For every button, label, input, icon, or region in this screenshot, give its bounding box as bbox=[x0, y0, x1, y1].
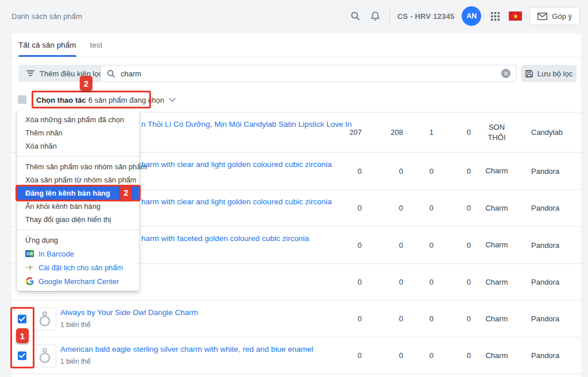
numeric-cell: 208 bbox=[363, 112, 403, 152]
menu-item-x-a-s-n-ph-m-t-nh-m-s-n-ph-m[interactable]: Xóa sản phẩm từ nhóm sản phẩm bbox=[17, 173, 139, 186]
numeric-cell: 0 bbox=[310, 337, 362, 374]
store-code[interactable]: CS - HRV 12345 bbox=[397, 12, 454, 21]
search-input[interactable] bbox=[121, 69, 496, 78]
tab-test[interactable]: test bbox=[83, 33, 110, 57]
menu-divider bbox=[17, 230, 139, 230]
product-name-link[interactable]: harm with clear and light golden coloure… bbox=[141, 197, 332, 206]
product-name-link[interactable]: harm with clear and light golden coloure… bbox=[141, 160, 332, 169]
menu-item-x-a-nh-n[interactable]: Xóa nhãn bbox=[17, 139, 139, 153]
menu-item--n-kh-i-k-nh-b-n-h-ng[interactable]: Ẩn khỏi kênh bán hàng bbox=[17, 200, 139, 213]
numeric-cell: 0 bbox=[310, 153, 362, 189]
select-all-checkbox[interactable] bbox=[18, 95, 26, 104]
menu-item-label: Xóa sản phẩm từ nhóm sản phẩm bbox=[25, 176, 137, 184]
menu-item-label: Thêm sản phẩm vào nhóm sản phẩm bbox=[25, 162, 147, 171]
notifications-bell-icon[interactable] bbox=[369, 10, 382, 22]
menu-divider bbox=[17, 156, 139, 157]
numeric-cell: 0 bbox=[404, 301, 434, 337]
barcode-icon bbox=[25, 250, 34, 258]
row-checkbox[interactable] bbox=[18, 314, 26, 323]
avatar[interactable]: AN bbox=[462, 6, 481, 26]
menu-item-th-m-s-n-ph-m-v-o-nh-m-s-n-ph-[interactable]: Thêm sản phẩm vào nhóm sản phẩm bbox=[17, 160, 139, 173]
menu-item-label: Xóa những sản phẩm đã chọn bbox=[25, 115, 124, 124]
tab-all-products[interactable]: Tất cả sản phẩm bbox=[11, 33, 83, 57]
numeric-cell: 207 bbox=[310, 112, 362, 152]
menu-item-label: In Barcode bbox=[38, 250, 74, 258]
category-cell: Charm bbox=[481, 337, 513, 374]
filter-icon bbox=[26, 69, 34, 78]
search-icon[interactable] bbox=[349, 10, 362, 22]
numeric-cell: 0 bbox=[404, 153, 434, 189]
vietnam-flag-icon[interactable]: ★ bbox=[509, 11, 522, 21]
menu-item-x-a-nh-ng-s-n-ph-m-ch-n[interactable]: Xóa những sản phẩm đã chọn bbox=[17, 113, 139, 126]
category-cell: Charm bbox=[481, 301, 513, 337]
numeric-cell: 0 bbox=[435, 190, 471, 226]
menu-item-label: Thêm nhãn bbox=[25, 129, 63, 137]
numeric-cell: 0 bbox=[404, 337, 434, 374]
category-cell: Charm bbox=[481, 227, 513, 263]
numeric-cell: 0 bbox=[435, 264, 471, 300]
numeric-cell: 0 bbox=[404, 190, 434, 226]
flag-star: ★ bbox=[513, 13, 519, 20]
vendor-cell: Candylab bbox=[531, 112, 581, 152]
numeric-cell: 0 bbox=[363, 153, 403, 189]
menu-item-label: Google Merchant Center bbox=[38, 278, 119, 285]
menu-item-thay-i-giao-di-n-hi-n-th-[interactable]: Thay đổi giao diện hiển thị bbox=[17, 213, 139, 226]
numeric-cell: 0 bbox=[363, 337, 403, 374]
numeric-cell: 0 bbox=[404, 227, 434, 263]
numeric-cell: 0 bbox=[435, 153, 471, 189]
selection-count-text: 6 sản phẩm đang chọn bbox=[88, 96, 164, 104]
menu-item-label: Ẩn khỏi kênh bán hàng bbox=[25, 202, 100, 211]
numeric-cell: 0 bbox=[310, 301, 362, 337]
menu-item-google[interactable]: Google Merchant Center bbox=[17, 274, 139, 288]
topbar-divider bbox=[389, 10, 390, 22]
product-image[interactable] bbox=[33, 308, 56, 331]
save-filter-button[interactable]: Lưu bộ lọc bbox=[521, 65, 577, 82]
product-name-link[interactable]: American bald eagle sterling silver char… bbox=[60, 345, 313, 353]
vendor-cell: Pandora bbox=[531, 264, 581, 300]
vendor-cell: Pandora bbox=[531, 227, 581, 263]
table-row: Always by Your Side Owl Dangle Charm1 bi… bbox=[11, 301, 581, 337]
product-image[interactable] bbox=[33, 344, 56, 367]
menu-item-barcode[interactable]: In Barcode bbox=[17, 247, 139, 261]
variant-label: 1 biến thể bbox=[60, 357, 91, 366]
category-cell: Charm bbox=[481, 153, 513, 189]
numeric-cell: 0 bbox=[363, 190, 403, 226]
bulk-action-trigger[interactable]: Chọn thao tác 6 sản phẩm đang chọn bbox=[36, 94, 176, 106]
row-checkbox[interactable] bbox=[18, 351, 26, 360]
apps-grid-icon[interactable] bbox=[489, 10, 501, 22]
add-filter-label: Thêm điều kiện lọc bbox=[40, 69, 102, 78]
clear-search-icon[interactable]: ✕ bbox=[501, 69, 510, 78]
category-cell: SON THỎI bbox=[481, 112, 513, 152]
chevron-down-icon bbox=[169, 98, 176, 102]
numeric-cell: 1 bbox=[404, 112, 434, 152]
menu-item-label: Ứng dụng bbox=[25, 236, 58, 244]
numeric-cell: 0 bbox=[435, 112, 471, 152]
envelope-icon bbox=[537, 13, 547, 20]
save-filter-label: Lưu bộ lọc bbox=[537, 69, 572, 78]
topbar-right: CS - HRV 12345 AN ★ Góp ý bbox=[349, 0, 580, 32]
google-icon bbox=[25, 277, 34, 286]
menu-item-label: Cài đặt lịch cho sản phẩm bbox=[38, 264, 123, 271]
feedback-label: Góp ý bbox=[552, 12, 572, 21]
add-filter-button[interactable]: Thêm điều kiện lọc bbox=[18, 65, 110, 82]
annotation-badge-2-menu: 2 bbox=[120, 185, 132, 200]
numeric-cell: 0 bbox=[363, 227, 403, 263]
feedback-button[interactable]: Góp ý bbox=[529, 7, 580, 25]
menu-item-th-m-nh-n[interactable]: Thêm nhãn bbox=[17, 126, 139, 139]
vendor-cell: Pandora bbox=[531, 337, 581, 374]
table-row: American bald eagle sterling silver char… bbox=[11, 337, 581, 374]
bulk-actions-menu: Xóa những sản phẩm đã chọnThêm nhãnXóa n… bbox=[17, 110, 139, 291]
select-action-label: Chọn thao tác bbox=[36, 96, 86, 104]
product-name-link[interactable]: Always by Your Side Owl Dangle Charm bbox=[60, 308, 198, 317]
numeric-cell: 0 bbox=[435, 301, 471, 337]
numeric-cell: 0 bbox=[310, 227, 362, 263]
search-input-icon bbox=[107, 69, 115, 78]
breadcrumb: Danh sách sản phẩm bbox=[11, 12, 82, 21]
menu-item-schedule[interactable]: Cài đặt lịch cho sản phẩm bbox=[17, 261, 139, 274]
menu-item--ng-l-n-k-nh-b-n-h-ng[interactable]: Đăng lên kênh bán hàng2 bbox=[17, 186, 139, 200]
product-name-link[interactable]: harm with faceted golden coloured cubic … bbox=[141, 234, 309, 243]
save-icon bbox=[525, 70, 533, 77]
filter-row: Thêm điều kiện lọc ✕ Lưu bộ lọc bbox=[11, 57, 581, 89]
category-cell: Charm bbox=[481, 264, 513, 300]
vendor-cell: Pandora bbox=[531, 301, 581, 337]
